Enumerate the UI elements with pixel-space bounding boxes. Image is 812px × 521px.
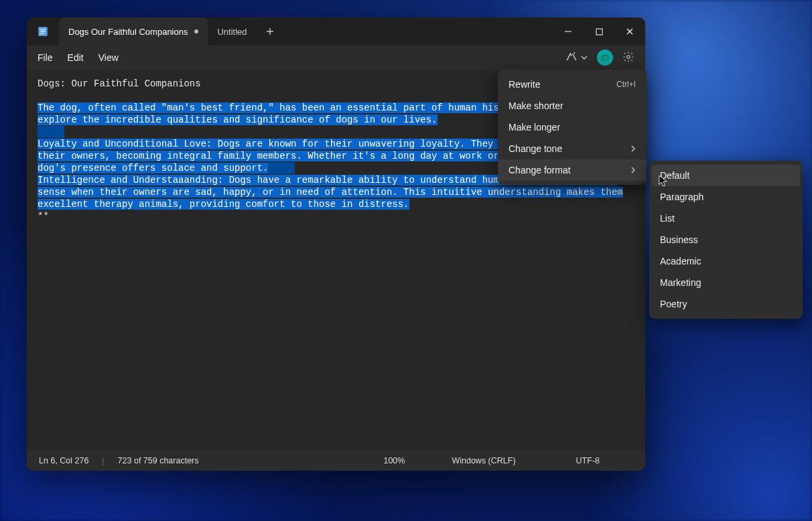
new-tab-button[interactable] — [257, 17, 283, 46]
chevron-down-icon — [581, 52, 588, 63]
format-list[interactable]: List — [649, 208, 803, 229]
svg-rect-5 — [596, 29, 602, 35]
svg-rect-6 — [602, 56, 608, 60]
format-academic[interactable]: Academic — [649, 250, 803, 272]
format-marketing[interactable]: Marketing — [649, 272, 803, 293]
svg-point-9 — [627, 55, 630, 58]
sparkle-icon — [565, 50, 578, 66]
ai-menu-change-format[interactable]: Change format — [498, 159, 647, 181]
status-line-ending[interactable]: Windows (CRLF) — [452, 456, 515, 465]
format-default[interactable]: Default — [652, 165, 800, 186]
chevron-right-icon — [630, 143, 636, 154]
tab-active[interactable]: Dogs Our Faithful Companions — [59, 17, 208, 46]
status-encoding[interactable]: UTF-8 — [576, 456, 600, 465]
status-cursor-pos[interactable]: Ln 6, Col 276 — [39, 456, 88, 465]
settings-button[interactable] — [622, 51, 634, 65]
ai-menu: Rewrite Ctrl+I Make shorter Make longer … — [498, 70, 647, 185]
selection-gap — [38, 126, 64, 138]
status-char-count[interactable]: 723 of 759 characters — [118, 456, 199, 465]
tab-active-label: Dogs Our Faithful Companions — [68, 27, 188, 37]
ai-menu-rewrite[interactable]: Rewrite Ctrl+I — [498, 74, 647, 95]
window-controls — [553, 17, 645, 46]
menu-edit[interactable]: Edit — [68, 52, 84, 63]
menubar: File Edit View — [27, 46, 645, 70]
chevron-right-icon — [630, 165, 636, 175]
dirty-indicator-icon — [194, 29, 198, 33]
copilot-badge-icon[interactable] — [597, 50, 613, 66]
editor-tail: ** — [38, 211, 49, 222]
close-button[interactable] — [614, 17, 645, 46]
tab-untitled[interactable]: Untitled — [208, 17, 256, 46]
menu-file[interactable]: File — [38, 52, 53, 63]
format-poetry[interactable]: Poetry — [649, 293, 803, 315]
tab-untitled-label: Untitled — [217, 27, 247, 37]
app-icon — [27, 17, 59, 46]
ai-menu-make-shorter[interactable]: Make shorter — [498, 95, 647, 117]
ai-menu-change-tone[interactable]: Change tone — [498, 138, 647, 159]
status-zoom[interactable]: 100% — [383, 456, 405, 465]
statusbar: Ln 6, Col 276 | 723 of 759 characters 10… — [27, 451, 645, 471]
ai-rewrite-button[interactable] — [565, 50, 588, 66]
svg-point-7 — [603, 57, 604, 58]
shortcut-label: Ctrl+I — [616, 80, 636, 89]
ai-menu-make-longer[interactable]: Make longer — [498, 117, 647, 138]
change-format-submenu: Default Paragraph List Business Academic… — [649, 161, 803, 319]
svg-point-8 — [606, 57, 607, 58]
titlebar: Dogs Our Faithful Companions Untitled — [27, 17, 645, 46]
format-paragraph[interactable]: Paragraph — [649, 186, 803, 208]
maximize-button[interactable] — [584, 17, 614, 46]
minimize-button[interactable] — [553, 17, 584, 46]
format-business[interactable]: Business — [649, 229, 803, 250]
menu-view[interactable]: View — [98, 52, 119, 63]
